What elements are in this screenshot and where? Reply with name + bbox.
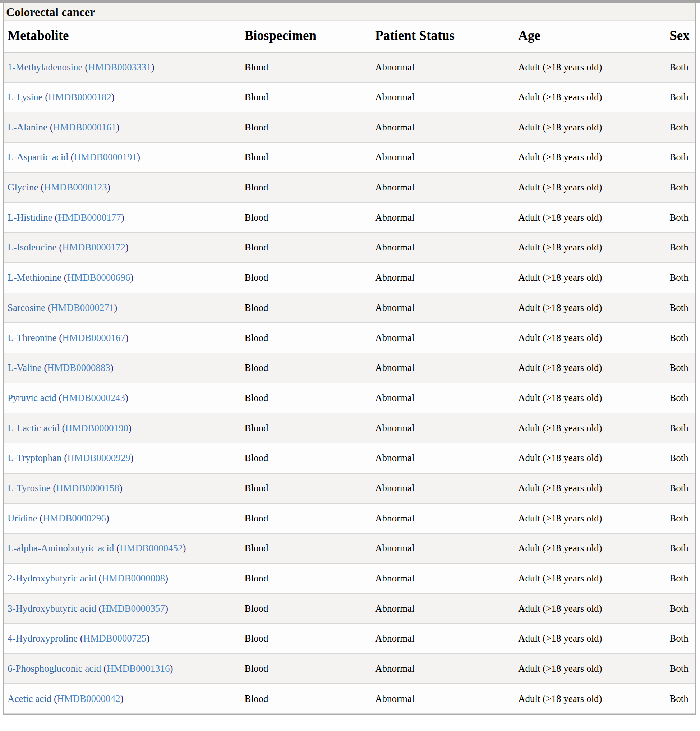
metabolite-cell: 3-Hydroxybutyric acid (HMDB0000357) [4, 593, 241, 624]
hmdb-accession-link[interactable]: HMDB0000452 [120, 543, 183, 553]
column-header-biospecimen: Biospecimen [241, 21, 371, 52]
metabolite-link[interactable]: Pyruvic acid [7, 392, 56, 403]
biospecimen-cell: Blood [241, 82, 371, 113]
sex-cell: Both [666, 654, 695, 684]
metabolite-cell: 6-Phosphogluconic acid (HMDB0001316) [4, 654, 241, 684]
metabolite-cell: L-alpha-Aminobutyric acid (HMDB0000452) [4, 533, 241, 564]
metabolite-link[interactable]: L-Histidine [7, 212, 52, 223]
age-cell: Adult (>18 years old) [515, 173, 666, 203]
paren-open: ( [64, 272, 67, 283]
age-cell: Adult (>18 years old) [515, 654, 666, 684]
paren-open: ( [48, 302, 51, 313]
metabolite-link[interactable]: L-Aspartic acid [7, 152, 68, 163]
metabolite-cell: Sarcosine (HMDB0000271) [4, 293, 241, 323]
table-row: Uridine (HMDB0000296) Blood Abnormal Adu… [4, 503, 695, 533]
table-row: L-Tyrosine (HMDB0000158) Blood Abnormal … [4, 473, 695, 503]
metabolite-cell: 4-Hydroxyproline (HMDB0000725) [4, 624, 241, 654]
table-row: L-alpha-Aminobutyric acid (HMDB0000452) … [4, 533, 695, 564]
metabolite-link[interactable]: L-Threonine [7, 332, 56, 343]
hmdb-accession-link[interactable]: HMDB0000161 [53, 122, 116, 133]
hmdb-accession-link[interactable]: HMDB0000042 [57, 693, 120, 704]
metabolite-link[interactable]: L-Lysine [7, 92, 43, 103]
metabolite-link[interactable]: L-Tyrosine [7, 483, 51, 493]
hmdb-accession-link[interactable]: HMDB0000243 [62, 392, 125, 403]
hmdb-accession-link[interactable]: HMDB0000696 [67, 272, 131, 283]
paren-close: ) [130, 272, 133, 283]
metabolite-link[interactable]: L-Isoleucine [7, 242, 56, 252]
patient-status-cell: Abnormal [371, 293, 515, 323]
metabolite-link[interactable]: L-Tryptophan [7, 452, 62, 463]
paren-open: ( [116, 543, 120, 553]
hmdb-accession-link[interactable]: HMDB0000172 [62, 242, 125, 252]
hmdb-accession-link[interactable]: HMDB0000167 [62, 332, 125, 343]
paren-close: ) [165, 603, 168, 614]
biospecimen-cell: Blood [241, 112, 371, 142]
metabolite-link[interactable]: L-Lactic acid [7, 423, 60, 433]
patient-status-cell: Abnormal [371, 593, 515, 624]
hmdb-accession-link[interactable]: HMDB0000725 [84, 633, 147, 644]
metabolite-link[interactable]: L-Alanine [7, 122, 47, 133]
patient-status-cell: Abnormal [371, 203, 515, 232]
hmdb-accession-link[interactable]: HMDB0000296 [43, 513, 106, 524]
metabolite-link[interactable]: Uridine [7, 513, 37, 524]
patient-status-cell: Abnormal [371, 473, 515, 503]
patient-status-cell: Abnormal [371, 413, 515, 443]
metabolite-link[interactable]: L-alpha-Aminobutyric acid [7, 543, 114, 553]
top-border-strip [0, 0, 700, 3]
hmdb-accession-link[interactable]: HMDB0000357 [102, 603, 165, 614]
patient-status-cell: Abnormal [371, 383, 515, 413]
metabolite-cell: L-Lysine (HMDB0000182) [4, 82, 241, 113]
hmdb-accession-link[interactable]: HMDB0001316 [107, 663, 170, 674]
biospecimen-cell: Blood [241, 52, 371, 82]
hmdb-accession-link[interactable]: HMDB0000883 [47, 362, 110, 373]
hmdb-accession-link[interactable]: HMDB0000123 [44, 182, 107, 192]
paren-close: ) [114, 302, 117, 313]
metabolite-link[interactable]: 2-Hydroxybutyric acid [7, 573, 96, 584]
metabolite-link[interactable]: 3-Hydroxybutyric acid [7, 603, 96, 614]
age-cell: Adult (>18 years old) [515, 473, 666, 503]
metabolite-link[interactable]: Sarcosine [7, 302, 45, 313]
patient-status-cell: Abnormal [371, 503, 515, 533]
metabolite-cell: 2-Hydroxybutyric acid (HMDB0000008) [4, 564, 241, 594]
table-row: 4-Hydroxyproline (HMDB0000725) Blood Abn… [4, 624, 695, 654]
sex-cell: Both [666, 293, 695, 323]
metabolite-link[interactable]: L-Valine [7, 362, 41, 373]
biospecimen-cell: Blood [241, 593, 371, 624]
paren-open: ( [50, 122, 53, 133]
hmdb-accession-link[interactable]: HMDB0000191 [74, 152, 137, 163]
age-cell: Adult (>18 years old) [515, 232, 666, 263]
hmdb-accession-link[interactable]: HMDB0003331 [88, 62, 151, 73]
paren-open: ( [45, 92, 48, 103]
metabolite-link[interactable]: L-Methionine [7, 272, 62, 283]
paren-close: ) [112, 92, 114, 103]
metabolite-cell: Acetic acid (HMDB0000042) [4, 684, 241, 714]
hmdb-accession-link[interactable]: HMDB0000190 [65, 423, 128, 433]
age-cell: Adult (>18 years old) [515, 564, 666, 594]
sex-cell: Both [666, 52, 695, 82]
metabolite-link[interactable]: Glycine [7, 182, 38, 192]
hmdb-accession-link[interactable]: HMDB0000182 [48, 92, 112, 103]
paren-open: ( [85, 62, 88, 73]
age-cell: Adult (>18 years old) [515, 82, 666, 113]
biospecimen-cell: Blood [241, 353, 371, 383]
hmdb-accession-link[interactable]: HMDB0000929 [67, 452, 131, 463]
sex-cell: Both [666, 263, 695, 293]
hmdb-accession-link[interactable]: HMDB0000158 [56, 483, 119, 493]
sex-cell: Both [666, 593, 695, 624]
biospecimen-cell: Blood [241, 323, 371, 353]
metabolite-link[interactable]: 1-Methyladenosine [7, 62, 82, 73]
paren-close: ) [110, 362, 113, 373]
metabolite-link[interactable]: 6-Phosphogluconic acid [7, 663, 101, 674]
metabolite-link[interactable]: 4-Hydroxyproline [7, 633, 78, 644]
hmdb-accession-link[interactable]: HMDB0000008 [102, 573, 165, 584]
paren-close: ) [146, 633, 150, 644]
paren-open: ( [41, 182, 44, 192]
hmdb-accession-link[interactable]: HMDB0000177 [58, 212, 121, 223]
paren-open: ( [44, 362, 47, 373]
table-row: Sarcosine (HMDB0000271) Blood Abnormal A… [4, 293, 695, 323]
metabolite-cell: L-Tryptophan (HMDB0000929) [4, 443, 241, 473]
page-title: Colorectal cancer [4, 3, 695, 21]
metabolite-link[interactable]: Acetic acid [7, 693, 51, 704]
age-cell: Adult (>18 years old) [515, 203, 666, 232]
hmdb-accession-link[interactable]: HMDB0000271 [51, 302, 114, 313]
